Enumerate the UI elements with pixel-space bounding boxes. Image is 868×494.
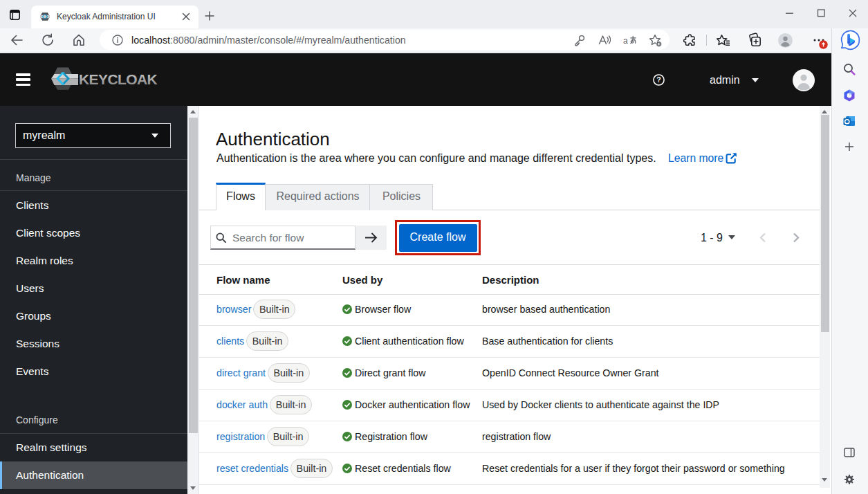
svg-text:KEYCLOAK: KEYCLOAK	[79, 71, 157, 87]
svg-text:?: ?	[656, 75, 661, 84]
svg-text:a: a	[623, 36, 628, 46]
